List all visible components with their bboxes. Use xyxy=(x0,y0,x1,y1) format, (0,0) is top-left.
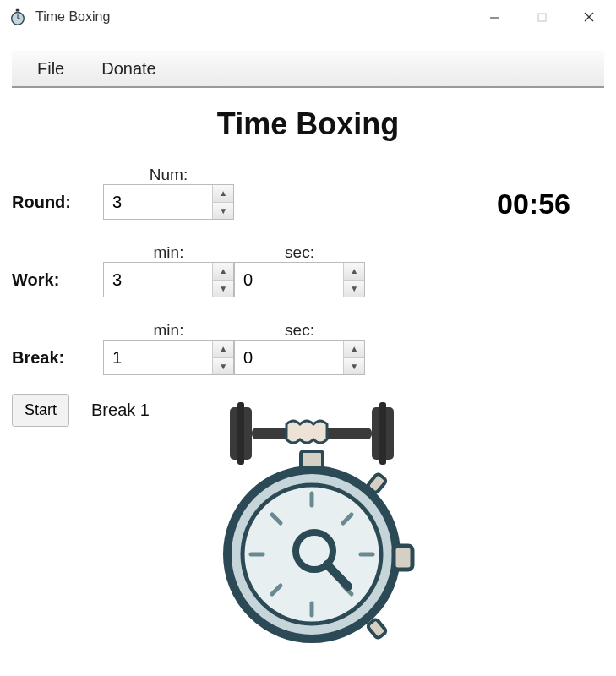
start-button[interactable]: Start xyxy=(12,394,69,427)
work-sec-input[interactable] xyxy=(235,263,343,297)
break-min-down[interactable]: ▼ xyxy=(213,358,233,375)
break-sec-input[interactable] xyxy=(235,341,343,374)
work-sec-down[interactable]: ▼ xyxy=(344,281,364,297)
work-min-up[interactable]: ▲ xyxy=(213,263,233,281)
break-min-input[interactable] xyxy=(104,341,212,374)
round-num-input[interactable] xyxy=(104,185,212,219)
title-bar: Time Boxing xyxy=(0,0,616,34)
stopwatch-dumbbell-icon xyxy=(206,402,417,651)
num-label: Num: xyxy=(103,166,234,184)
break-sec-up[interactable]: ▲ xyxy=(344,341,364,358)
timer-display: 00:56 xyxy=(497,188,570,221)
work-sec-up[interactable]: ▲ xyxy=(344,263,364,281)
status-text: Break 1 xyxy=(91,401,150,420)
svg-rect-1 xyxy=(16,9,20,12)
close-button[interactable] xyxy=(565,2,613,32)
break-sec-down[interactable]: ▼ xyxy=(344,358,364,375)
break-min-label: min: xyxy=(103,321,234,340)
work-min-label: min: xyxy=(103,243,234,262)
work-sec-label: sec: xyxy=(234,243,365,262)
svg-rect-9 xyxy=(237,402,244,465)
break-label: Break: xyxy=(12,348,96,368)
break-min-spinner[interactable]: ▲ ▼ xyxy=(103,340,234,375)
page-title: Time Boxing xyxy=(0,106,616,142)
break-sec-spinner[interactable]: ▲ ▼ xyxy=(234,340,365,375)
window-title: Time Boxing xyxy=(35,9,110,25)
work-label: Work: xyxy=(12,270,96,290)
break-sec-label: sec: xyxy=(234,321,365,340)
svg-rect-16 xyxy=(394,546,412,570)
round-label: Round: xyxy=(12,193,96,212)
work-min-down[interactable]: ▼ xyxy=(213,281,233,297)
app-icon xyxy=(8,8,27,26)
round-num-down[interactable]: ▼ xyxy=(213,203,233,220)
minimize-button[interactable] xyxy=(471,2,518,32)
form-area: 00:56 Num: Round: ▲ ▼ min: sec: Work: ▲ … xyxy=(12,166,604,427)
menu-file[interactable]: File xyxy=(19,54,83,84)
svg-rect-11 xyxy=(379,402,386,465)
work-min-input[interactable] xyxy=(104,263,212,297)
maximize-button[interactable] xyxy=(518,2,565,32)
round-num-up[interactable]: ▲ xyxy=(213,185,233,203)
work-sec-spinner[interactable]: ▲ ▼ xyxy=(234,262,365,297)
svg-rect-18 xyxy=(367,619,387,639)
round-num-spinner[interactable]: ▲ ▼ xyxy=(103,184,234,220)
work-min-spinner[interactable]: ▲ ▼ xyxy=(103,262,234,297)
svg-rect-17 xyxy=(367,473,387,493)
menu-donate[interactable]: Donate xyxy=(83,54,175,84)
menu-bar: File Donate xyxy=(12,51,604,88)
break-min-up[interactable]: ▲ xyxy=(213,341,233,358)
svg-rect-5 xyxy=(538,14,546,21)
